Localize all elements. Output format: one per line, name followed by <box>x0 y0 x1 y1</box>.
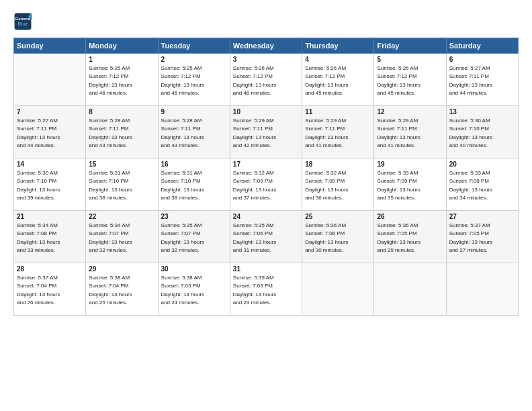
day-number: 13 <box>449 108 515 116</box>
day-number: 8 <box>89 108 154 116</box>
day-number: 3 <box>233 56 299 63</box>
calendar-cell: 30Sunrise: 5:38 AM Sunset: 7:03 PM Dayli… <box>158 263 230 316</box>
day-info: Sunrise: 5:26 AM Sunset: 7:12 PM Dayligh… <box>305 64 371 98</box>
day-number: 7 <box>17 108 83 116</box>
calendar-cell <box>302 263 374 316</box>
weekday-header-wednesday: Wednesday <box>230 38 302 54</box>
day-number: 28 <box>17 265 83 273</box>
calendar-cell <box>374 263 446 316</box>
day-number: 25 <box>305 213 371 220</box>
day-number: 26 <box>377 213 443 220</box>
calendar-cell: 7Sunrise: 5:27 AM Sunset: 7:11 PM Daylig… <box>14 106 86 158</box>
day-info: Sunrise: 5:39 AM Sunset: 7:03 PM Dayligh… <box>233 274 299 308</box>
day-number: 22 <box>89 213 154 220</box>
calendar-cell: 14Sunrise: 5:30 AM Sunset: 7:10 PM Dayli… <box>14 158 86 211</box>
day-info: Sunrise: 5:36 AM Sunset: 7:06 PM Dayligh… <box>305 222 371 255</box>
day-number: 18 <box>305 161 371 168</box>
svg-text:General: General <box>15 16 30 21</box>
day-number: 1 <box>89 56 154 63</box>
weekday-header-thursday: Thursday <box>302 38 374 54</box>
calendar-week-row: 14Sunrise: 5:30 AM Sunset: 7:10 PM Dayli… <box>14 158 519 211</box>
day-number: 27 <box>449 213 515 220</box>
calendar-cell: 17Sunrise: 5:32 AM Sunset: 7:09 PM Dayli… <box>230 158 302 211</box>
day-info: Sunrise: 5:31 AM Sunset: 7:10 PM Dayligh… <box>161 169 227 203</box>
calendar-cell: 28Sunrise: 5:37 AM Sunset: 7:04 PM Dayli… <box>14 263 86 316</box>
calendar-cell: 25Sunrise: 5:36 AM Sunset: 7:06 PM Dayli… <box>302 211 374 263</box>
calendar-cell: 23Sunrise: 5:35 AM Sunset: 7:07 PM Dayli… <box>158 211 230 263</box>
calendar-cell: 1Sunrise: 5:25 AM Sunset: 7:12 PM Daylig… <box>86 54 158 106</box>
calendar-table: SundayMondayTuesdayWednesdayThursdayFrid… <box>13 38 519 316</box>
weekday-header-friday: Friday <box>374 38 446 54</box>
day-number: 4 <box>305 56 371 63</box>
day-info: Sunrise: 5:36 AM Sunset: 7:05 PM Dayligh… <box>377 222 443 255</box>
calendar-cell: 26Sunrise: 5:36 AM Sunset: 7:05 PM Dayli… <box>374 211 446 263</box>
day-number: 15 <box>89 161 154 168</box>
day-info: Sunrise: 5:29 AM Sunset: 7:11 PM Dayligh… <box>233 117 299 150</box>
calendar-cell: 19Sunrise: 5:33 AM Sunset: 7:09 PM Dayli… <box>374 158 446 211</box>
day-number: 29 <box>89 265 154 273</box>
header: General Blue <box>13 12 519 31</box>
day-info: Sunrise: 5:32 AM Sunset: 7:09 PM Dayligh… <box>233 169 299 203</box>
day-info: Sunrise: 5:34 AM Sunset: 7:07 PM Dayligh… <box>89 222 154 255</box>
calendar-cell <box>14 54 86 106</box>
day-number: 9 <box>161 108 227 116</box>
calendar-cell: 16Sunrise: 5:31 AM Sunset: 7:10 PM Dayli… <box>158 158 230 211</box>
calendar-cell: 22Sunrise: 5:34 AM Sunset: 7:07 PM Dayli… <box>86 211 158 263</box>
day-info: Sunrise: 5:26 AM Sunset: 7:12 PM Dayligh… <box>377 64 443 98</box>
day-number: 17 <box>233 161 299 168</box>
day-number: 21 <box>17 213 83 220</box>
day-info: Sunrise: 5:37 AM Sunset: 7:04 PM Dayligh… <box>17 274 83 308</box>
calendar-week-row: 1Sunrise: 5:25 AM Sunset: 7:12 PM Daylig… <box>14 54 519 106</box>
calendar-week-row: 7Sunrise: 5:27 AM Sunset: 7:11 PM Daylig… <box>14 106 519 158</box>
calendar-cell: 24Sunrise: 5:35 AM Sunset: 7:06 PM Dayli… <box>230 211 302 263</box>
calendar-week-row: 28Sunrise: 5:37 AM Sunset: 7:04 PM Dayli… <box>14 263 519 316</box>
day-info: Sunrise: 5:25 AM Sunset: 7:12 PM Dayligh… <box>161 64 227 98</box>
calendar-cell: 31Sunrise: 5:39 AM Sunset: 7:03 PM Dayli… <box>230 263 302 316</box>
day-number: 10 <box>233 108 299 116</box>
calendar-cell: 27Sunrise: 5:37 AM Sunset: 7:05 PM Dayli… <box>446 211 518 263</box>
calendar-cell: 9Sunrise: 5:28 AM Sunset: 7:11 PM Daylig… <box>158 106 230 158</box>
calendar-cell <box>446 263 518 316</box>
weekday-header-monday: Monday <box>86 38 158 54</box>
weekday-header-tuesday: Tuesday <box>158 38 230 54</box>
calendar-cell: 5Sunrise: 5:26 AM Sunset: 7:12 PM Daylig… <box>374 54 446 106</box>
day-number: 20 <box>449 161 515 168</box>
day-info: Sunrise: 5:35 AM Sunset: 7:07 PM Dayligh… <box>161 222 227 255</box>
day-number: 2 <box>161 56 227 63</box>
day-number: 31 <box>233 265 299 273</box>
day-info: Sunrise: 5:29 AM Sunset: 7:11 PM Dayligh… <box>305 117 371 150</box>
day-number: 5 <box>377 56 443 63</box>
day-info: Sunrise: 5:38 AM Sunset: 7:03 PM Dayligh… <box>161 274 227 308</box>
weekday-header-sunday: Sunday <box>14 38 86 54</box>
day-info: Sunrise: 5:35 AM Sunset: 7:06 PM Dayligh… <box>233 222 299 255</box>
calendar-header-row: SundayMondayTuesdayWednesdayThursdayFrid… <box>14 38 519 54</box>
calendar-body: 1Sunrise: 5:25 AM Sunset: 7:12 PM Daylig… <box>14 54 519 316</box>
day-number: 23 <box>161 213 227 220</box>
day-info: Sunrise: 5:31 AM Sunset: 7:10 PM Dayligh… <box>89 169 154 203</box>
day-number: 16 <box>161 161 227 168</box>
day-info: Sunrise: 5:26 AM Sunset: 7:12 PM Dayligh… <box>233 64 299 98</box>
day-number: 6 <box>449 56 515 63</box>
day-info: Sunrise: 5:27 AM Sunset: 7:11 PM Dayligh… <box>449 64 515 98</box>
logo: General Blue <box>13 12 35 31</box>
day-info: Sunrise: 5:29 AM Sunset: 7:11 PM Dayligh… <box>377 117 443 150</box>
day-info: Sunrise: 5:30 AM Sunset: 7:10 PM Dayligh… <box>17 169 83 203</box>
calendar-week-row: 21Sunrise: 5:34 AM Sunset: 7:08 PM Dayli… <box>14 211 519 263</box>
day-info: Sunrise: 5:34 AM Sunset: 7:08 PM Dayligh… <box>17 222 83 255</box>
day-info: Sunrise: 5:28 AM Sunset: 7:11 PM Dayligh… <box>89 117 154 150</box>
calendar-cell: 4Sunrise: 5:26 AM Sunset: 7:12 PM Daylig… <box>302 54 374 106</box>
calendar-cell: 29Sunrise: 5:38 AM Sunset: 7:04 PM Dayli… <box>86 263 158 316</box>
svg-text:Blue: Blue <box>17 21 28 26</box>
day-number: 12 <box>377 108 443 116</box>
day-info: Sunrise: 5:27 AM Sunset: 7:11 PM Dayligh… <box>17 117 83 150</box>
day-number: 30 <box>161 265 227 273</box>
day-info: Sunrise: 5:32 AM Sunset: 7:09 PM Dayligh… <box>305 169 371 203</box>
calendar-cell: 10Sunrise: 5:29 AM Sunset: 7:11 PM Dayli… <box>230 106 302 158</box>
day-info: Sunrise: 5:33 AM Sunset: 7:09 PM Dayligh… <box>377 169 443 203</box>
weekday-header-saturday: Saturday <box>446 38 518 54</box>
calendar-cell: 20Sunrise: 5:33 AM Sunset: 7:08 PM Dayli… <box>446 158 518 211</box>
calendar-cell: 18Sunrise: 5:32 AM Sunset: 7:09 PM Dayli… <box>302 158 374 211</box>
calendar-cell: 12Sunrise: 5:29 AM Sunset: 7:11 PM Dayli… <box>374 106 446 158</box>
day-info: Sunrise: 5:38 AM Sunset: 7:04 PM Dayligh… <box>89 274 154 308</box>
day-info: Sunrise: 5:28 AM Sunset: 7:11 PM Dayligh… <box>161 117 227 150</box>
